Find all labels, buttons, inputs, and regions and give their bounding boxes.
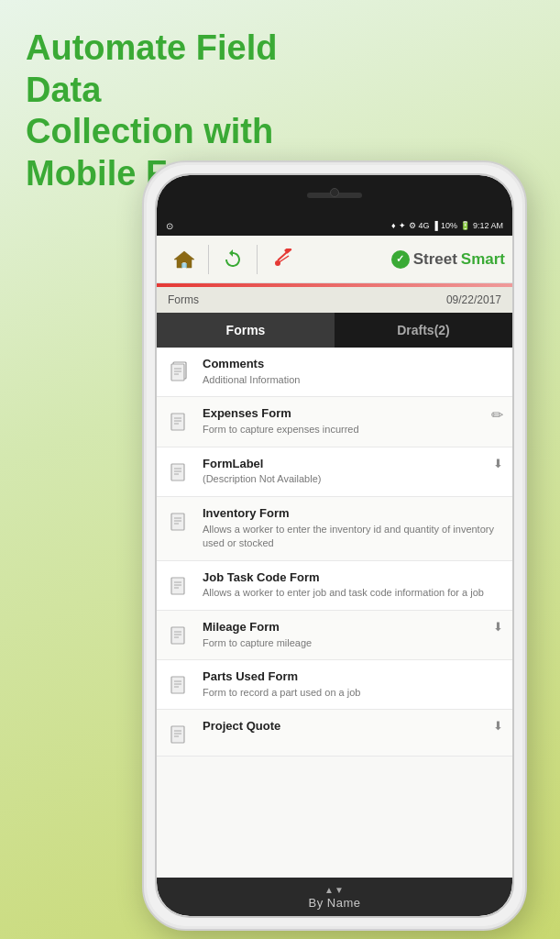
battery-icon: 🔋 — [460, 221, 470, 230]
form-doc-icon-partsused — [168, 671, 193, 697]
form-desc-jobtaskcode: Allows a worker to enter job and task co… — [203, 586, 501, 600]
form-content-mileage: Mileage Form Form to capture mileage — [203, 620, 501, 650]
content-area: Comments Additional Information — [157, 348, 512, 916]
form-doc-icon-jobtaskcode — [168, 572, 193, 598]
header-date: 09/22/2017 — [446, 293, 501, 306]
network-icon: 4G — [419, 221, 430, 230]
toolbar-divider-1 — [208, 245, 209, 274]
form-action-expenses[interactable]: ✏ — [491, 406, 503, 424]
svg-rect-0 — [181, 263, 187, 268]
form-content-projectquote: Project Quote — [203, 719, 501, 735]
phone-bezel: ⊙ ♦ ✦ ⚙ 4G ▐ 10% 🔋 9:12 AM — [155, 173, 514, 918]
form-item-mileage[interactable]: Mileage Form Form to capture mileage ⬇ — [157, 611, 512, 660]
form-desc-comments: Additional Information — [203, 373, 501, 387]
headline-line1: Automate Field Data — [26, 28, 277, 109]
svg-rect-13 — [171, 414, 184, 430]
status-right: ♦ ✦ ⚙ 4G ▐ 10% 🔋 9:12 AM — [391, 221, 503, 230]
form-item-formlabel[interactable]: FormLabel (Description Not Available) ⬇ — [157, 447, 512, 497]
form-desc-expenses: Form to capture expenses incurred — [203, 423, 501, 436]
form-content-expenses: Expenses Form Form to capture expenses i… — [203, 406, 501, 436]
form-content-jobtaskcode: Job Task Code Form Allows a worker to en… — [203, 570, 501, 601]
status-left: ⊙ — [166, 221, 173, 231]
form-item-partsused[interactable]: Parts Used Form Form to record a part us… — [157, 660, 512, 710]
form-content-formlabel: FormLabel (Description Not Available) — [203, 457, 501, 487]
header-section: Forms — [168, 293, 199, 306]
location-icon: ♦ — [391, 221, 396, 230]
form-action-formlabel[interactable]: ⬇ — [493, 457, 503, 470]
form-doc-icon-mileage — [168, 622, 193, 647]
svg-rect-17 — [171, 464, 184, 481]
form-title-mileage: Mileage Form — [203, 620, 501, 635]
tab-drafts[interactable]: Drafts(2) — [335, 313, 512, 348]
form-title-formlabel: FormLabel — [203, 457, 501, 472]
battery-level: 10% — [441, 221, 457, 230]
sort-icon: ▲▼ — [324, 885, 345, 895]
form-title-inventory: Inventory Form — [203, 506, 501, 522]
toolbar-brand: ✓ StreetSmart — [391, 250, 505, 269]
form-item-comments[interactable]: Comments Additional Information — [157, 348, 512, 397]
form-action-projectquote[interactable]: ⬇ — [493, 719, 503, 733]
phone-camera — [330, 188, 339, 197]
mute-icon: ✦ — [399, 221, 406, 230]
svg-rect-21 — [171, 514, 184, 530]
home-icon[interactable] — [164, 239, 204, 280]
form-content-inventory: Inventory Form Allows a worker to enter … — [203, 506, 501, 551]
form-doc-icon-projectquote — [168, 721, 193, 746]
app-toolbar: ✓ StreetSmart — [157, 236, 512, 283]
brand-street: Street — [413, 250, 457, 269]
status-bar: ⊙ ♦ ✦ ⚙ 4G ▐ 10% 🔋 9:12 AM — [157, 215, 512, 236]
svg-rect-25 — [171, 578, 184, 594]
sort-label[interactable]: By Name — [309, 896, 361, 910]
form-desc-formlabel: (Description Not Available) — [203, 472, 501, 486]
app-header: Forms 09/22/2017 — [157, 287, 512, 313]
svg-rect-29 — [171, 627, 184, 644]
form-desc-mileage: Form to capture mileage — [203, 636, 501, 650]
form-item-inventory[interactable]: Inventory Form Allows a worker to enter … — [157, 497, 512, 561]
brand-check-icon: ✓ — [391, 250, 410, 269]
forms-list: Comments Additional Information — [157, 348, 512, 878]
form-title-expenses: Expenses Form — [203, 406, 501, 422]
svg-line-2 — [278, 252, 287, 260]
form-item-projectquote[interactable]: Project Quote ⬇ — [157, 710, 512, 757]
status-icon: ⊙ — [166, 221, 173, 231]
time-display: 9:12 AM — [473, 221, 503, 230]
form-doc-icon-expenses — [168, 408, 193, 434]
phone-top-bar — [157, 175, 512, 215]
form-doc-icon — [168, 359, 193, 384]
toolbar-divider-2 — [257, 245, 258, 274]
form-desc-inventory: Allows a worker to enter the inventory i… — [203, 523, 501, 551]
signal-icon: ▐ — [433, 221, 438, 230]
satellite-icon[interactable] — [261, 239, 302, 280]
svg-rect-9 — [171, 364, 184, 381]
form-title-partsused: Parts Used Form — [203, 669, 501, 685]
headline-line2: Collection with — [26, 112, 273, 150]
form-item-expenses[interactable]: Expenses Form Form to capture expenses i… — [157, 397, 512, 447]
form-doc-icon-formlabel — [168, 458, 193, 484]
form-action-mileage[interactable]: ⬇ — [493, 620, 503, 634]
phone-shell: ⊙ ♦ ✦ ⚙ 4G ▐ 10% 🔋 9:12 AM — [142, 160, 527, 931]
bottom-bar: ▲▼ By Name — [157, 878, 512, 916]
settings-icon: ⚙ — [409, 221, 416, 230]
form-content-comments: Comments Additional Information — [203, 357, 501, 387]
form-doc-icon-inventory — [168, 508, 193, 534]
form-title-comments: Comments — [203, 357, 501, 372]
form-content-partsused: Parts Used Form Form to record a part us… — [203, 669, 501, 700]
svg-rect-33 — [171, 677, 184, 693]
form-desc-partsused: Form to record a part used on a job — [203, 686, 501, 700]
refresh-icon[interactable] — [213, 239, 253, 280]
brand-smart: Smart — [461, 250, 505, 269]
tab-bar: Forms Drafts(2) — [157, 313, 512, 348]
form-title-jobtaskcode: Job Task Code Form — [203, 570, 501, 586]
tab-forms[interactable]: Forms — [157, 313, 335, 348]
svg-rect-37 — [171, 726, 184, 743]
form-title-projectquote: Project Quote — [203, 719, 501, 735]
form-item-jobtaskcode[interactable]: Job Task Code Form Allows a worker to en… — [157, 561, 512, 611]
